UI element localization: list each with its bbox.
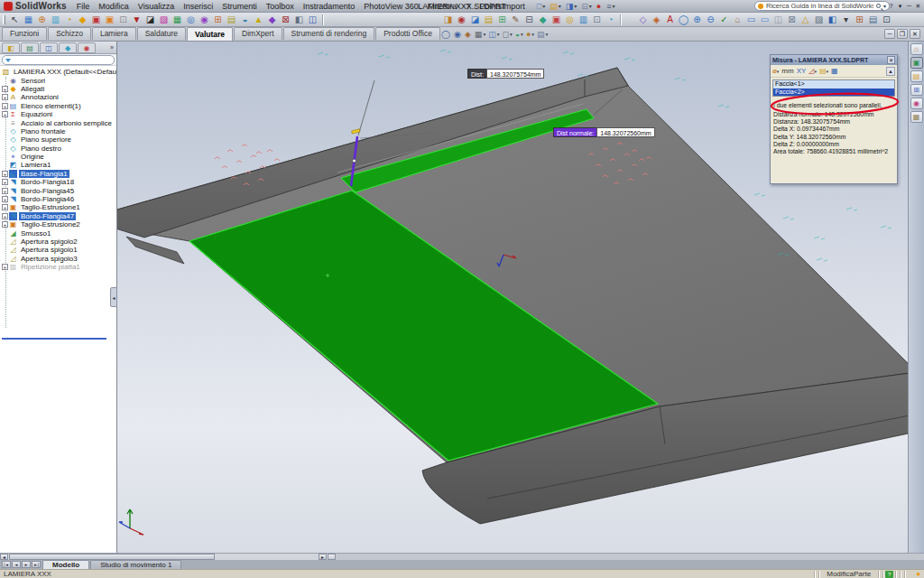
menu-item[interactable]: PointsImport <box>475 1 530 12</box>
toolbar-icon[interactable]: ⊕ <box>690 14 704 26</box>
command-tab[interactable]: Lamiera <box>92 27 136 40</box>
tree-item[interactable]: + ▣ Taglio-Estrusione1 <box>0 203 116 211</box>
search-dropdown-icon[interactable]: ▾ <box>883 3 886 9</box>
tree-item[interactable]: + ◥ Bordo-Flangia46 <box>0 195 116 203</box>
task-pane-icon[interactable]: ◉ <box>910 98 923 109</box>
scroll-left-button[interactable]: ◄ <box>0 554 8 560</box>
panel-tab-icon[interactable]: ◧ <box>2 42 20 53</box>
toolbar-icon[interactable]: ◨ <box>441 14 455 26</box>
toolbar-icon[interactable]: ▤ <box>866 14 880 26</box>
toolbar-icon[interactable]: ⊠ <box>785 14 799 26</box>
expand-icon[interactable] <box>2 247 8 253</box>
toolbar-icon[interactable]: ◫ <box>306 14 319 26</box>
collapse-dialog-button[interactable]: ▲ <box>886 67 895 76</box>
quick-access-icon[interactable]: ≡▾ <box>605 2 616 11</box>
toolbar-icon[interactable]: ▥ <box>49 14 62 26</box>
toolbar-icon[interactable]: ⊟ <box>522 14 536 26</box>
task-pane-icon[interactable]: ▦ <box>910 111 923 123</box>
rollback-bar[interactable] <box>2 338 106 340</box>
toolbar-icon[interactable]: ▾ <box>839 14 853 26</box>
toolbar-icon[interactable]: ▨ <box>157 14 171 26</box>
menu-item[interactable]: Toolbox <box>262 1 299 12</box>
measure-tool-icon[interactable]: mm <box>781 67 793 75</box>
toolbar-icon[interactable]: ◎ <box>184 14 198 26</box>
expand-icon[interactable] <box>2 162 8 168</box>
toolbar-icon[interactable]: ◉ <box>455 14 468 26</box>
tree-item[interactable]: ◉ Sensori <box>0 76 116 84</box>
tree-filter-input[interactable] <box>2 55 115 65</box>
quick-access-icon[interactable]: ⊟▾ <box>579 2 594 11</box>
panel-tab-icon[interactable]: ◫ <box>40 42 58 53</box>
tree-item[interactable]: + ◣ Base-Flangia1 <box>0 170 116 178</box>
expand-icon[interactable] <box>2 128 8 135</box>
menu-item[interactable]: PhotoView 360 <box>359 1 422 12</box>
command-tab[interactable]: Strumenti di rendering <box>283 27 375 40</box>
panel-tab-icon[interactable]: ◉ <box>78 42 96 53</box>
window-control-button[interactable]: ? <box>887 2 895 11</box>
expand-icon[interactable]: + <box>2 179 8 185</box>
view-tool-icon[interactable]: ▦▾ <box>474 28 486 40</box>
toolbar-icon[interactable]: ⊞ <box>853 14 866 26</box>
tree-item[interactable]: + Σ Equazioni <box>0 110 116 118</box>
toolbar-icon[interactable]: ▦ <box>171 14 184 26</box>
expand-icon[interactable] <box>2 238 8 245</box>
toolbar-icon[interactable]: ▭ <box>744 14 758 26</box>
toolbar-icon[interactable]: ◆ <box>536 14 550 26</box>
toolbar-icon[interactable]: ▭ <box>758 14 772 26</box>
tree-item[interactable]: + ▣ Taglio-Estrusione2 <box>0 220 116 228</box>
toolbar-icon[interactable]: ◔ <box>604 14 617 26</box>
expand-icon[interactable]: + <box>2 103 8 109</box>
quick-tips-icon[interactable]: ? <box>885 571 893 578</box>
toolbar-icon[interactable]: ▣ <box>550 14 563 26</box>
selected-face-item[interactable]: Faccia<1> <box>773 80 894 89</box>
expand-icon[interactable]: + <box>2 94 8 100</box>
toolbar-icon[interactable]: ⊠ <box>279 14 292 26</box>
toolbar-icon[interactable]: ▣ <box>103 14 116 26</box>
view-tool-icon[interactable]: ◯ <box>440 28 452 40</box>
toolbar-icon[interactable]: ⊞ <box>495 14 509 26</box>
tree-item[interactable]: + ◆ Allegati <box>0 85 116 93</box>
selected-face-item[interactable]: Faccia<2> <box>773 89 894 97</box>
graphics-viewport[interactable]: Dist: 148.32075754mm Dist normale: 148.3… <box>117 42 924 553</box>
toolbar-icon[interactable]: ▥ <box>577 14 590 26</box>
toolbar-icon[interactable]: ◯ <box>677 14 690 26</box>
toolbar-icon[interactable]: ◧ <box>826 14 839 26</box>
toolbar-icon[interactable]: ◫ <box>772 14 785 26</box>
expand-icon[interactable] <box>2 230 8 237</box>
task-pane-icon[interactable]: ▣ <box>910 57 923 69</box>
menu-item[interactable]: Finestra <box>423 1 462 12</box>
toolbar-grip[interactable] <box>3 15 5 24</box>
toolbar-icon[interactable]: ◈ <box>650 14 663 26</box>
toolbar-icon[interactable]: ◉ <box>198 14 211 26</box>
expand-icon[interactable]: + <box>2 264 8 270</box>
tree-item[interactable]: + ▤ Elenco elementi(1) <box>0 102 116 110</box>
expand-icon[interactable]: + <box>2 196 8 202</box>
task-pane-icon[interactable]: ▤ <box>910 70 923 82</box>
window-control-button[interactable]: ▾ <box>896 2 904 11</box>
menu-item[interactable]: ? <box>461 1 475 12</box>
toolbar-icon[interactable]: ◆ <box>265 14 279 26</box>
expand-icon[interactable] <box>2 78 8 84</box>
expand-icon[interactable] <box>2 136 8 143</box>
tree-root-item[interactable]: ▧ LAMIERA XXX (Default<<Default>_Stato c <box>0 68 116 76</box>
quick-access-icon[interactable]: ● <box>595 2 604 11</box>
toolbar-icon[interactable]: ▤ <box>482 14 495 26</box>
quick-access-icon[interactable]: ◨▾ <box>564 2 579 11</box>
menu-item[interactable]: Visualizza <box>134 1 179 12</box>
command-tab[interactable]: Schizzo <box>48 27 91 40</box>
tab-nav-button[interactable]: ◄ <box>12 561 21 568</box>
menu-item[interactable]: File <box>72 1 95 12</box>
expand-icon[interactable] <box>2 154 8 160</box>
command-tab[interactable]: Funzioni <box>2 27 47 40</box>
tree-item[interactable]: ◿ Apertura spigolo2 <box>0 238 116 246</box>
toolbar-icon[interactable]: ⌂ <box>731 14 744 26</box>
measure-tool-icon[interactable]: ▤▾ <box>819 67 828 75</box>
search-icon[interactable] <box>876 4 881 8</box>
measure-dialog-titlebar[interactable]: Misura - LAMIERA XXX.SLDPRT ✕ <box>771 55 897 65</box>
toolbar-icon[interactable]: ✎ <box>509 14 522 26</box>
panel-tabs-more-icon[interactable]: » <box>110 44 116 51</box>
measure-tool-icon[interactable]: ⌀▾ <box>772 67 779 75</box>
document-window-button[interactable]: ✕ <box>910 29 920 39</box>
view-tool-icon[interactable]: ◻▾ <box>501 28 513 40</box>
tree-item[interactable]: ⌖ Origine <box>0 153 116 161</box>
